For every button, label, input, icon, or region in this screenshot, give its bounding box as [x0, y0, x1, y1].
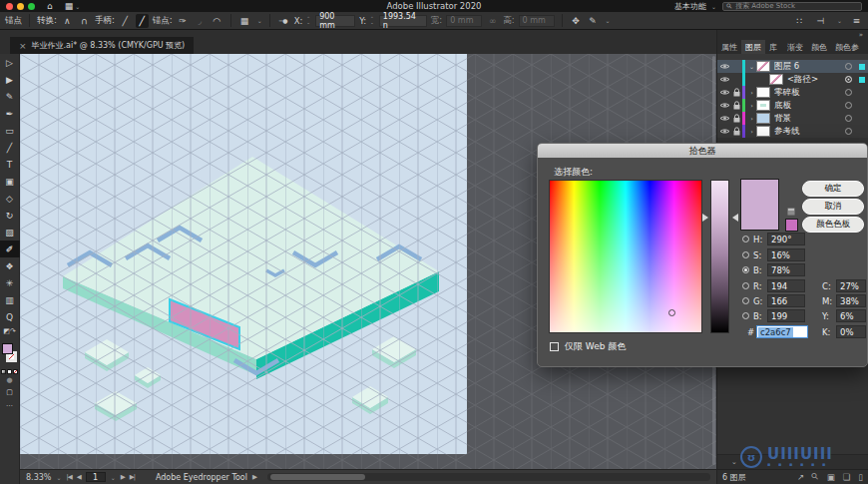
blue-radio[interactable] [742, 312, 749, 319]
visibility-eye-icon[interactable] [717, 76, 731, 83]
layer-row-layer6[interactable]: ⌄ 图层 6 [717, 60, 868, 73]
stock-search-input[interactable]: ⚲ 搜索 Adobe Stock [722, 2, 862, 11]
layer-row-scraps[interactable]: › 零碎板 [717, 86, 868, 99]
show-handles-button[interactable]: ╱ [119, 14, 132, 28]
expand-chevron-icon[interactable]: › [747, 89, 756, 97]
cancel-button[interactable]: 取消 [802, 199, 864, 215]
home-icon[interactable]: ⌂ [47, 1, 53, 11]
dialog-title-bar[interactable]: 拾色器 [538, 144, 867, 158]
horizontal-scrollbar[interactable] [267, 473, 710, 481]
status-tool-name[interactable]: Adobe Eyedropper Tool [156, 473, 247, 482]
layer-name[interactable]: 参考线 [774, 126, 842, 138]
rotate-tool[interactable]: ↻ [0, 207, 20, 224]
expand-chevron-icon[interactable]: › [747, 115, 756, 123]
selection-tool[interactable]: ▷ [0, 54, 20, 71]
target-circle-selected[interactable] [845, 76, 852, 83]
slider-arrow-right-icon[interactable] [732, 214, 738, 222]
brightness-slider[interactable] [710, 180, 729, 333]
status-expand-icon[interactable]: ▶ [252, 473, 256, 481]
reference-point-icon[interactable]: ─● [277, 14, 290, 28]
layer-row-guides[interactable]: › 参考线 [717, 125, 868, 138]
more-options-icon[interactable]: ∷ [793, 14, 806, 28]
tab-gradient[interactable]: 渐变 [783, 40, 807, 54]
edit-toolbar-icon[interactable]: … [0, 398, 20, 410]
layer-thumbnail[interactable] [756, 61, 770, 72]
collapse-group-chevron-icon[interactable]: ⌄ [731, 458, 737, 466]
rectangle-tool[interactable]: ▭ [0, 122, 20, 139]
target-circle[interactable] [845, 63, 852, 70]
collapse-panels-icon[interactable]: » [717, 30, 868, 40]
new-layer-icon[interactable]: ❏ [843, 472, 851, 482]
blue-input[interactable]: 199 [767, 309, 805, 322]
transform-icon[interactable]: ✥ [570, 14, 583, 28]
out-of-web-gamut-icon[interactable] [787, 208, 795, 216]
red-input[interactable]: 194 [767, 279, 805, 292]
layer-thumbnail[interactable] [756, 87, 770, 98]
draw-mode-icon[interactable]: ● [0, 374, 20, 386]
last-artboard-icon[interactable]: ▶| [130, 473, 135, 481]
layer-name[interactable]: 背景 [774, 113, 842, 125]
green-radio[interactable] [742, 297, 749, 304]
direct-selection-tool[interactable]: ▶ [0, 71, 20, 88]
previous-color-swatch[interactable] [785, 219, 798, 232]
screen-mode-icon[interactable]: ▢ [0, 386, 20, 398]
green-input[interactable]: 166 [767, 294, 805, 307]
saturation-input[interactable]: 16% [767, 248, 805, 261]
blend-tool[interactable]: ❖ [0, 257, 20, 274]
target-circle[interactable] [845, 89, 852, 96]
selection-indicator[interactable] [859, 77, 865, 83]
zoom-level[interactable]: 8.33% [26, 473, 51, 482]
type-tool[interactable]: T [0, 156, 20, 173]
panel-menu-icon[interactable]: ≡ [863, 40, 868, 54]
collect-for-export-icon[interactable]: ↗ [797, 472, 804, 482]
layer-name[interactable]: 底板 [774, 100, 842, 112]
expand-chevron-icon[interactable]: › [747, 102, 756, 110]
x-input[interactable]: 900 mm [315, 15, 355, 27]
layer-row-path[interactable]: <路径> [717, 73, 868, 86]
panel-menu-icon[interactable]: ≡ [850, 14, 863, 28]
artboard-tool[interactable]: ▣ [0, 173, 20, 190]
fill-swatch[interactable] [2, 343, 13, 354]
first-artboard-icon[interactable]: |◀ [66, 473, 71, 481]
layer-name[interactable]: 零碎板 [774, 87, 842, 99]
dock-panel-icon[interactable]: ⊣ [814, 14, 827, 28]
close-document-icon[interactable]: × [19, 41, 27, 51]
target-circle[interactable] [845, 102, 852, 109]
cyan-input[interactable]: 27% [836, 279, 866, 292]
slider-arrow-left-icon[interactable] [702, 214, 708, 222]
zoom-window-button[interactable] [28, 3, 35, 10]
visibility-eye-icon[interactable] [717, 115, 731, 122]
lock-icon[interactable] [731, 88, 742, 97]
delete-layer-icon[interactable]: ▯ [858, 472, 863, 482]
connect-anchor-button[interactable]: ◞ [194, 14, 207, 28]
scrollbar-thumb[interactable] [270, 474, 365, 480]
brightness-radio[interactable] [742, 266, 749, 273]
tab-color[interactable]: 颜色 [807, 40, 831, 54]
spectrum-marker[interactable] [668, 309, 675, 316]
layer-name[interactable]: <路径> [787, 74, 842, 86]
visibility-eye-icon[interactable] [717, 63, 731, 70]
convert-to-smooth-button[interactable]: ∩ [78, 14, 91, 28]
shape-properties-icon[interactable]: ✎ [587, 14, 600, 28]
arrange-documents-icon[interactable]: ▦ [65, 1, 74, 11]
locate-object-icon[interactable]: ⚲ [809, 471, 821, 483]
color-swatches-button[interactable]: 颜色色板 [802, 217, 864, 233]
saturation-radio[interactable] [742, 251, 749, 258]
web-only-checkbox[interactable] [550, 342, 559, 351]
lock-icon[interactable] [731, 114, 742, 123]
snap-grid-icon[interactable]: ▦ [238, 14, 251, 28]
hue-input[interactable]: 290° [767, 233, 805, 245]
x-stepper[interactable]: ⌃⌄ [306, 17, 310, 24]
visibility-eye-icon[interactable] [717, 89, 731, 96]
next-artboard-icon[interactable]: ▶ [121, 473, 125, 481]
y-input[interactable]: 1993.54 n [379, 15, 427, 27]
paintbrush-tool[interactable]: ╱ [0, 139, 20, 156]
yellow-input[interactable]: 6% [836, 309, 866, 322]
visibility-eye-icon[interactable] [717, 128, 731, 135]
remove-anchor-button[interactable]: ✑ [177, 14, 190, 28]
convert-to-corner-button[interactable]: ∧ [61, 14, 74, 28]
workspace-switcher[interactable]: 基本功能 ⌄ [674, 1, 716, 12]
expand-chevron-icon[interactable]: › [747, 128, 756, 136]
target-circle[interactable] [845, 115, 852, 122]
red-radio[interactable] [742, 282, 749, 289]
